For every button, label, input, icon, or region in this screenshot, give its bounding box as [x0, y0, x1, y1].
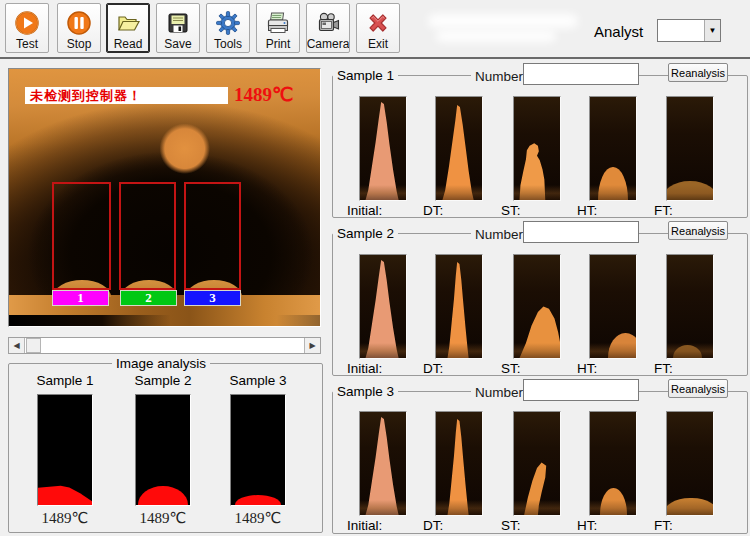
exit-button[interactable]: Exit [356, 3, 400, 53]
read-button[interactable]: Read [106, 3, 150, 53]
exit-x-icon [365, 10, 391, 36]
cone-silhouette [608, 333, 637, 358]
analysis-thumbnail-sample-2[interactable] [135, 394, 191, 506]
pause-icon [66, 10, 92, 36]
furnace-shadow [9, 315, 320, 326]
stage-label: ST: [501, 203, 575, 218]
stage-thumbnail-st[interactable] [513, 411, 561, 516]
stage-cell-ht: HT: [575, 254, 651, 376]
stage-cell-ht: HT: [575, 96, 651, 218]
stage-cell-dt: DT: [421, 411, 497, 533]
sample-3-group: Sample 3 Number Reanalysis Initial: DT: … [332, 379, 748, 535]
cone-silhouette [436, 417, 482, 515]
sample-2-title: Sample 2 [333, 226, 398, 241]
region-number: 2 [145, 290, 152, 305]
number-label: Number [471, 227, 527, 242]
stage-label: HT: [577, 361, 651, 376]
toolbar: Test Stop Read [0, 0, 750, 57]
stage-thumbnail-ht[interactable] [589, 96, 637, 201]
scroll-right-arrow[interactable]: ▶ [304, 338, 320, 353]
sample-3-number-input[interactable] [523, 379, 639, 401]
stage-thumbnail-ht[interactable] [589, 254, 637, 359]
region-label-1: 1 [52, 290, 109, 306]
stage-thumbnail-dt[interactable] [435, 254, 483, 359]
image-analysis-group: Image analysis Sample 1 1489℃ Sample 2 1… [8, 356, 323, 534]
analysis-temperature: 1489℃ [118, 509, 208, 527]
exit-button-label: Exit [368, 37, 388, 51]
camera-button-label: Camera [307, 37, 350, 51]
stage-thumbnail-ft[interactable] [666, 96, 714, 201]
sample-2-number-input[interactable] [523, 221, 639, 243]
play-icon [14, 10, 40, 36]
stage-label: FT: [654, 361, 728, 376]
stage-cell-st: ST: [499, 254, 575, 376]
sample-region-box-2[interactable] [119, 182, 176, 290]
cone-silhouette [514, 143, 560, 200]
floppy-icon [165, 10, 191, 36]
stage-label: DT: [423, 518, 497, 533]
sample-2-reanalysis-button[interactable]: Reanalysis [668, 221, 728, 240]
cone-silhouette [360, 415, 406, 515]
furnace-temperature-readout: 1489℃ [234, 83, 293, 106]
analysis-temperature: 1489℃ [20, 509, 110, 527]
stage-thumbnail-ft[interactable] [666, 254, 714, 359]
cone-silhouette [360, 100, 406, 200]
stage-label: FT: [654, 203, 728, 218]
stage-label: Initial: [347, 203, 421, 218]
stage-thumbnail-ft[interactable] [666, 411, 714, 516]
stage-cell-ft: FT: [652, 96, 728, 218]
sample-3-reanalysis-button[interactable]: Reanalysis [668, 379, 728, 398]
stage-thumbnail-st[interactable] [513, 96, 561, 201]
analysis-cell-sample-3: Sample 3 1489℃ [213, 373, 303, 527]
save-button[interactable]: Save [156, 3, 200, 53]
erased-logo-smudge [436, 30, 556, 42]
sample-1-group: Sample 1 Number Reanalysis Initial: DT: … [332, 63, 748, 219]
camera-horizontal-scrollbar[interactable]: ◀ ▶ [8, 337, 321, 354]
toolbar-divider [0, 57, 750, 59]
sample-2-group: Sample 2 Number Reanalysis Initial: DT: … [332, 221, 748, 377]
camera-button[interactable]: Camera [306, 3, 350, 53]
stage-thumbnail-dt[interactable] [435, 411, 483, 516]
stage-label: HT: [577, 203, 651, 218]
red-silhouette [138, 486, 188, 505]
stage-label: ST: [501, 361, 575, 376]
region-number: 3 [209, 290, 216, 305]
folder-open-icon [115, 10, 141, 36]
sample-region-box-3[interactable] [184, 182, 241, 290]
stage-thumbnail-initial[interactable] [359, 411, 407, 516]
analysis-cell-sample-1: Sample 1 1489℃ [20, 373, 110, 527]
stage-label: Initial: [347, 518, 421, 533]
cone-silhouette [666, 181, 714, 200]
controller-alarm-message: 未检测到控制器！ [25, 87, 228, 104]
cone-silhouette [360, 258, 406, 358]
analysis-cell-sample-2: Sample 2 1489℃ [118, 373, 208, 527]
cone-silhouette [436, 103, 482, 200]
analysis-temperature: 1489℃ [213, 509, 303, 527]
sample-region-box-1[interactable] [52, 182, 111, 290]
cone-silhouette [598, 167, 627, 200]
analyst-select[interactable]: ▼ [657, 19, 721, 42]
print-button[interactable]: Print [256, 3, 300, 53]
stage-thumbnail-initial[interactable] [359, 254, 407, 359]
scroll-left-arrow[interactable]: ◀ [9, 338, 25, 353]
test-button[interactable]: Test [5, 3, 49, 53]
analysis-thumbnail-sample-3[interactable] [230, 394, 286, 506]
number-label: Number [471, 385, 527, 400]
stage-thumbnail-initial[interactable] [359, 96, 407, 201]
chevron-down-icon[interactable]: ▼ [704, 20, 720, 41]
stop-button[interactable]: Stop [57, 3, 101, 53]
sample-1-number-input[interactable] [523, 63, 639, 85]
region-label-2: 2 [120, 290, 177, 306]
stage-thumbnail-ht[interactable] [589, 411, 637, 516]
cone-silhouette [673, 345, 702, 358]
tools-button[interactable]: Tools [206, 3, 250, 53]
stage-thumbnail-dt[interactable] [435, 96, 483, 201]
stage-thumbnail-st[interactable] [513, 254, 561, 359]
analyst-selected-value [658, 20, 704, 41]
app-window: Test Stop Read [0, 0, 750, 536]
cone-silhouette [436, 260, 482, 358]
analysis-thumbnail-sample-1[interactable] [37, 394, 93, 506]
sample-1-reanalysis-button[interactable]: Reanalysis [668, 63, 728, 82]
scrollbar-thumb[interactable] [26, 338, 41, 353]
red-silhouette [38, 484, 92, 505]
